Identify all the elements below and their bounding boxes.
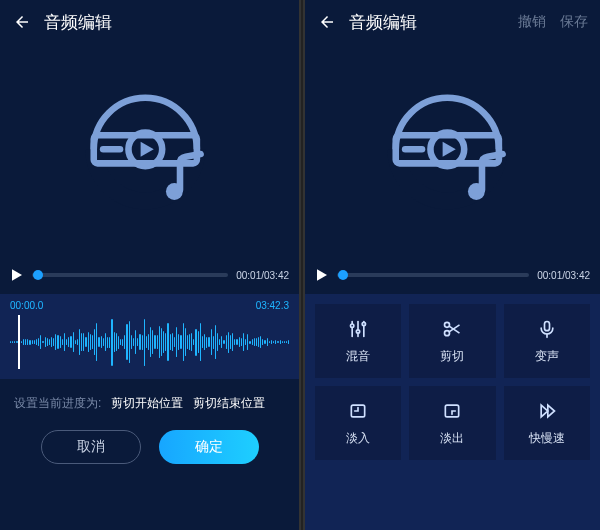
speed-icon (536, 400, 558, 422)
svg-point-12 (468, 183, 485, 200)
page-title: 音频编辑 (44, 11, 287, 34)
svg-rect-24 (544, 321, 549, 330)
waveform[interactable] (10, 315, 289, 369)
wave-start-time: 00:00.0 (10, 300, 43, 311)
playback-bar: 00:01/03:42 (0, 264, 299, 290)
screen-tools-mode: 音频编辑 撤销 保存 00:01/03:42 (305, 0, 600, 530)
tool-label: 淡入 (346, 430, 370, 447)
svg-marker-4 (140, 142, 153, 157)
tool-speed[interactable]: 快慢速 (504, 386, 590, 460)
back-icon[interactable] (12, 12, 32, 32)
svg-line-22 (450, 326, 460, 333)
tool-cut[interactable]: 剪切 (409, 304, 495, 378)
confirm-button[interactable]: 确定 (159, 430, 259, 464)
cut-end-button[interactable]: 剪切结束位置 (193, 395, 265, 412)
tools-panel: 混音 剪切 变声 (305, 294, 600, 530)
screen-cut-mode: 音频编辑 00:01/03:42 00:00.0 03:42.3 (0, 0, 299, 530)
microphone-icon (536, 318, 558, 340)
back-icon[interactable] (317, 12, 337, 32)
set-position-label: 设置当前进度为: (14, 395, 101, 412)
cancel-button[interactable]: 取消 (41, 430, 141, 464)
tool-voice[interactable]: 变声 (504, 304, 590, 378)
tool-mix[interactable]: 混音 (315, 304, 401, 378)
scissors-icon (441, 318, 463, 340)
svg-marker-6 (12, 269, 22, 281)
svg-point-19 (362, 322, 365, 325)
fadeout-icon (441, 400, 463, 422)
tool-label: 混音 (346, 348, 370, 365)
tool-label: 变声 (535, 348, 559, 365)
svg-marker-28 (541, 405, 548, 417)
page-title: 音频编辑 (349, 11, 506, 34)
svg-marker-11 (443, 142, 456, 157)
undo-button[interactable]: 撤销 (518, 13, 546, 31)
cut-start-button[interactable]: 剪切开始位置 (111, 395, 183, 412)
tool-label: 快慢速 (529, 430, 565, 447)
progress-slider[interactable] (337, 273, 529, 277)
artwork-icon (305, 44, 600, 264)
set-position-row: 设置当前进度为: 剪切开始位置 剪切结束位置 (0, 389, 299, 424)
time-display: 00:01/03:42 (236, 270, 289, 281)
waveform-panel: 00:00.0 03:42.3 (0, 294, 299, 379)
save-button[interactable]: 保存 (560, 13, 588, 31)
equalizer-icon (347, 318, 369, 340)
header: 音频编辑 撤销 保存 (305, 0, 600, 44)
fadein-icon (347, 400, 369, 422)
tool-label: 淡出 (440, 430, 464, 447)
playback-bar: 00:01/03:42 (305, 264, 600, 290)
progress-slider[interactable] (32, 273, 228, 277)
time-display: 00:01/03:42 (537, 270, 590, 281)
tool-label: 剪切 (440, 348, 464, 365)
artwork-icon (0, 44, 299, 264)
play-icon[interactable] (315, 268, 329, 282)
play-icon[interactable] (10, 268, 24, 282)
wave-end-time: 03:42.3 (256, 300, 289, 311)
tool-fadeout[interactable]: 淡出 (409, 386, 495, 460)
header: 音频编辑 (0, 0, 299, 44)
svg-marker-13 (317, 269, 327, 281)
action-row: 取消 确定 (0, 424, 299, 478)
svg-point-5 (165, 183, 182, 200)
svg-point-17 (356, 329, 359, 332)
tool-fadein[interactable]: 淡入 (315, 386, 401, 460)
waveform-cursor[interactable] (18, 315, 20, 369)
svg-line-23 (450, 324, 460, 331)
svg-point-15 (351, 324, 354, 327)
